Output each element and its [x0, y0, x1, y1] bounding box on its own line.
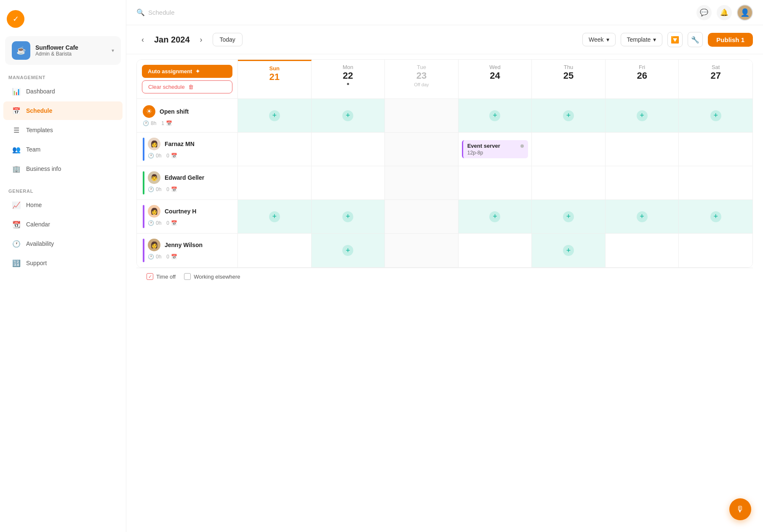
user-avatar[interactable]: 👤	[737, 5, 753, 21]
open-shift-meta: 🕐 8h 1 📅	[143, 120, 232, 126]
search-area: 🔍 Schedule	[136, 8, 175, 16]
sidebar-item-support[interactable]: 🔢 Support	[3, 254, 123, 272]
add-jenny-mon[interactable]: +	[342, 245, 353, 256]
add-courtney-sun[interactable]: +	[269, 211, 280, 222]
sidebar-item-team[interactable]: 👥 Team	[3, 140, 123, 159]
auto-assign-icon: ✦	[195, 68, 200, 74]
sidebar-item-availability[interactable]: 🕐 Availability	[3, 234, 123, 253]
clock-icon: 🕐	[143, 120, 149, 126]
filter-icon: 🔽	[671, 36, 679, 44]
add-courtney-thu[interactable]: +	[563, 211, 574, 222]
calendar-small-icon: 📅	[166, 120, 172, 126]
jenny-person: 👩 Jenny Wilson	[148, 239, 232, 251]
courtney-cell-mon[interactable]: +	[312, 200, 385, 234]
add-shift-mon[interactable]: +	[342, 110, 353, 121]
open-shift-info: ☀ Open shift 🕐 8h 1 📅	[137, 99, 238, 133]
fab-icon: 🎙	[736, 505, 744, 514]
courtney-color-bar	[143, 205, 144, 228]
courtney-cell-sat[interactable]: +	[679, 200, 752, 234]
workspace-selector[interactable]: ☕ Sunflower Cafe Admin & Barista ▾	[5, 36, 121, 65]
farnaz-info: 👩 Farnaz MN 🕐 0h 0 📅	[137, 133, 238, 166]
filter-button[interactable]: 🔽	[667, 32, 683, 47]
jenny-cell-thu[interactable]: +	[532, 234, 606, 267]
auto-assign-button[interactable]: Auto assignment ✦	[142, 65, 232, 78]
sidebar-item-calendar[interactable]: 📆 Calendar	[3, 215, 123, 234]
fab-button[interactable]: 🎙	[729, 498, 751, 520]
sidebar-item-templates[interactable]: ☰ Templates	[3, 121, 123, 139]
clear-schedule-button[interactable]: Clear schedule 🗑	[142, 80, 232, 93]
search-icon: 🔍	[136, 8, 145, 16]
settings-button[interactable]: 🔧	[688, 32, 703, 47]
sidebar-item-label-templates: Templates	[26, 127, 53, 133]
sidebar-item-label-schedule: Schedule	[26, 107, 52, 114]
courtney-info: 👩 Courtney H 🕐 0h 0 📅	[137, 200, 238, 234]
sidebar-item-dashboard[interactable]: 📊 Dashboard	[3, 82, 123, 101]
day-num-fri: 26	[609, 70, 675, 81]
open-shift-cell-wed[interactable]: +	[459, 99, 532, 133]
clock-icon-edward: 🕐	[148, 186, 154, 192]
add-courtney-mon[interactable]: +	[342, 211, 353, 222]
add-shift-wed[interactable]: +	[489, 110, 500, 121]
chat-button[interactable]: 💬	[696, 5, 712, 20]
edward-cell-tue	[385, 166, 459, 200]
open-shift-cell-fri[interactable]: +	[606, 99, 679, 133]
edward-hours: 🕐 0h	[148, 186, 161, 192]
calendar-footer: ✓ Time off Working elsewhere	[136, 268, 753, 285]
add-shift-thu[interactable]: +	[563, 110, 574, 121]
workspace-info: Sunflower Cafe Admin & Barista	[35, 44, 107, 57]
time-off-legend: ✓ Time off	[147, 273, 176, 280]
add-shift-fri[interactable]: +	[637, 110, 648, 121]
jenny-cell-sun	[238, 234, 312, 267]
add-courtney-wed[interactable]: +	[489, 211, 500, 222]
next-month-button[interactable]: ›	[195, 33, 208, 46]
courtney-cell-fri[interactable]: +	[606, 200, 679, 234]
courtney-cell-tue	[385, 200, 459, 234]
trash-icon: 🗑	[188, 84, 194, 90]
day-header-thu: Thu 25	[532, 60, 606, 99]
open-shift-cell-mon[interactable]: +	[312, 99, 385, 133]
prev-month-button[interactable]: ‹	[136, 33, 149, 46]
auto-assign-label: Auto assignment	[148, 68, 192, 74]
shift-status-dot	[520, 144, 524, 148]
add-courtney-sat[interactable]: +	[710, 211, 721, 222]
today-button[interactable]: Today	[213, 33, 243, 46]
notification-button[interactable]: 🔔	[717, 5, 732, 20]
add-shift-sat[interactable]: +	[710, 110, 721, 121]
open-shift-cell-thu[interactable]: +	[532, 99, 606, 133]
sidebar-item-schedule[interactable]: 📅 Schedule	[3, 101, 123, 120]
shift-card-time: 12p-8p	[467, 150, 524, 156]
sidebar-item-home[interactable]: 📈 Home	[3, 196, 123, 214]
grid-header-empty: Auto assignment ✦ Clear schedule 🗑	[137, 60, 238, 99]
farnaz-count: 0 📅	[166, 153, 177, 159]
day-header-mon: Mon 22	[312, 60, 385, 99]
open-shift-cell-sun[interactable]: +	[238, 99, 312, 133]
jenny-color-bar	[143, 239, 144, 262]
courtney-cell-thu[interactable]: +	[532, 200, 606, 234]
farnaz-person: 👩 Farnaz MN	[148, 138, 232, 150]
workspace-avatar: ☕	[12, 41, 30, 60]
add-shift-sun[interactable]: +	[269, 110, 280, 121]
courtney-cell-wed[interactable]: +	[459, 200, 532, 234]
courtney-cell-sun[interactable]: +	[238, 200, 312, 234]
sidebar-item-business-info[interactable]: 🏢 Business info	[3, 160, 123, 178]
calendar-grid: Auto assignment ✦ Clear schedule 🗑 Sun 2…	[136, 59, 753, 268]
logo-icon: ✓	[7, 10, 24, 28]
jenny-cell-mon[interactable]: +	[312, 234, 385, 267]
week-view-button[interactable]: Week ▾	[582, 33, 616, 46]
day-name-sat: Sat	[682, 64, 749, 70]
farnaz-cell-wed[interactable]: Event server 12p-8p	[459, 133, 532, 166]
add-courtney-fri[interactable]: +	[637, 211, 648, 222]
farnaz-cell-thu	[532, 133, 606, 166]
shift-card-title: Event server	[467, 143, 524, 149]
edward-cell-fri	[606, 166, 679, 200]
template-button[interactable]: Template ▾	[621, 33, 663, 46]
open-shift-cell-sat[interactable]: +	[679, 99, 752, 133]
event-server-card[interactable]: Event server 12p-8p	[462, 140, 528, 158]
topbar-actions: 💬 🔔 👤	[696, 5, 753, 21]
day-num-sat: 27	[682, 70, 749, 81]
topbar: 🔍 Schedule 💬 🔔 👤	[126, 0, 763, 25]
chevron-down-icon: ▾	[112, 48, 114, 53]
add-jenny-thu[interactable]: +	[563, 245, 574, 256]
publish-button[interactable]: Publish 1	[708, 33, 753, 47]
edward-count: 0 📅	[166, 186, 177, 192]
